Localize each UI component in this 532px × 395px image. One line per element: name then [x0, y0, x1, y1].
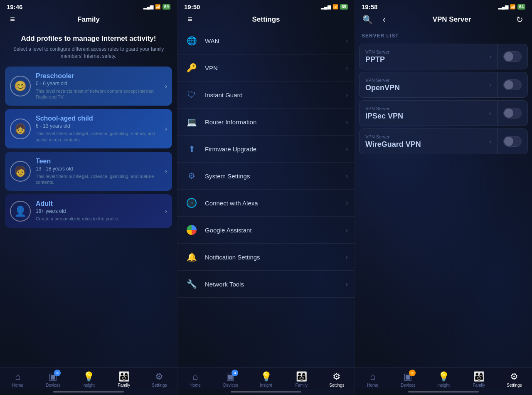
- settings-item-notification-settings[interactable]: 🔔 Notification Settings ›: [177, 244, 355, 271]
- tab-bar-3: ⌂ Home ▣3 Devices 💡 Insight 👨‍👩‍👧 Family…: [355, 368, 532, 389]
- tab-insight-2[interactable]: 💡 Insight: [248, 371, 283, 388]
- settings-item-wan[interactable]: 🌐 WAN ›: [177, 27, 355, 54]
- settings-item-arrow-8: ›: [346, 254, 348, 260]
- scroll-indicator-2: [231, 391, 301, 393]
- tab-settings-label-3: Settings: [507, 383, 522, 388]
- tab-home-1[interactable]: ⌂ Home: [0, 371, 35, 388]
- family-header: Add profiles to manage Internet activity…: [0, 27, 177, 63]
- insight-icon-2: 💡: [261, 371, 272, 382]
- settings-item-router-information[interactable]: 💻 Router Information ›: [177, 109, 355, 136]
- settings-item-icon-4: ⬆: [184, 141, 199, 156]
- settings-item-label-9: Network Tools: [205, 281, 346, 288]
- tab-insight-3[interactable]: 💡 Insight: [426, 371, 461, 388]
- back-icon-3[interactable]: ‹: [378, 15, 390, 25]
- vpn-toggle-0[interactable]: [503, 51, 522, 62]
- settings-item-arrow-5: ›: [346, 173, 348, 179]
- signal-icon-2: ▂▄▆: [321, 4, 331, 10]
- profile-desc-adult: Create a personalized rules to the profi…: [36, 216, 160, 222]
- settings-item-label-0: WAN: [205, 37, 346, 44]
- profile-card-teen[interactable]: 🧑 Teen 13 - 18 years old This level filt…: [5, 152, 172, 191]
- settings-item-arrow-0: ›: [346, 37, 348, 44]
- tab-family-1[interactable]: 👨‍👩‍👧 Family: [106, 371, 142, 388]
- panel-family: 19:46 ▂▄▆ 📶 69 ≡ Family Add profiles to …: [0, 0, 177, 395]
- settings-item-arrow-7: ›: [346, 227, 348, 233]
- settings-item-instant-guard[interactable]: 🛡 Instant Guard ›: [177, 81, 355, 109]
- settings-item-label-6: Connect with Alexa: [205, 200, 346, 207]
- tab-family-2[interactable]: 👨‍👩‍👧 Family: [284, 371, 319, 388]
- settings-item-vpn[interactable]: 🔑 VPN ›: [177, 54, 355, 81]
- profile-desc-teen: This level filters out illegal, violence…: [36, 173, 160, 185]
- settings-items-list: 🌐 WAN › 🔑 VPN › 🛡 Instant Guard › 💻 Rout…: [177, 27, 355, 298]
- family-header-desc: Select a level to configure different ac…: [7, 46, 170, 60]
- tab-devices-label-1: Devices: [46, 383, 61, 388]
- profile-card-school[interactable]: 👧 School-aged child 6 - 13 years old Thi…: [5, 109, 172, 148]
- settings-item-label-8: Notification Settings: [205, 254, 346, 261]
- tab-home-label-2: Home: [190, 383, 201, 388]
- vpn-content: SERVER LIST VPN Server PPTP › VPN Server…: [355, 28, 532, 368]
- family-icon-1: 👨‍👩‍👧: [118, 371, 130, 382]
- status-time-2: 19:50: [184, 3, 200, 10]
- tab-settings-1[interactable]: ⚙ Settings: [142, 371, 177, 388]
- status-icons-2: ▂▄▆ 📶 69: [321, 4, 348, 10]
- settings-item-label-1: VPN: [205, 64, 346, 72]
- tab-home-3[interactable]: ⌂ Home: [355, 371, 390, 388]
- vpn-name-0: PPTP: [365, 55, 389, 64]
- vpn-card-content-1[interactable]: VPN Server OpenVPN ›: [360, 74, 497, 96]
- vpn-cards-list: VPN Server PPTP › VPN Server OpenVPN ›: [355, 44, 532, 154]
- vpn-toggle-area-0: [497, 44, 527, 69]
- settings-item-network-tools[interactable]: 🔧 Network Tools ›: [177, 271, 355, 298]
- tab-family-label-2: Family: [295, 383, 307, 388]
- family-icon-2: 👨‍👩‍👧: [296, 371, 307, 382]
- hamburger-icon-2[interactable]: ≡: [184, 15, 196, 24]
- vpn-card-openvpn: VPN Server OpenVPN ›: [359, 72, 528, 98]
- search-icon-3[interactable]: 🔍: [362, 15, 373, 25]
- profile-cards-list: 😊 Preschooler 0 - 6 years old This level…: [0, 67, 177, 228]
- tab-home-2[interactable]: ⌂ Home: [177, 371, 213, 388]
- profile-age-adult: 18+ years old: [36, 208, 160, 214]
- profile-name-teen: Teen: [36, 158, 160, 165]
- insight-icon-1: 💡: [83, 371, 94, 382]
- vpn-toggle-2[interactable]: [503, 108, 522, 118]
- tab-devices-2[interactable]: ▣3 Devices: [213, 371, 248, 388]
- settings-item-system-settings[interactable]: ⚙ System Settings ›: [177, 163, 355, 190]
- settings-item-icon-8: 🔔: [184, 249, 199, 264]
- tab-settings-label-1: Settings: [152, 383, 167, 388]
- settings-item-google-assistant[interactable]: Google Assistant ›: [177, 217, 355, 244]
- scroll-indicator-1: [53, 391, 124, 393]
- profile-arrow-school: ›: [165, 125, 167, 133]
- tab-devices-1[interactable]: ▣3 Devices: [35, 371, 71, 388]
- vpn-card-content-3[interactable]: VPN Server WireGuard VPN ›: [360, 130, 497, 153]
- vpn-toggle-1[interactable]: [503, 79, 522, 90]
- profile-info-adult: Adult 18+ years old Create a personalize…: [36, 200, 160, 222]
- refresh-icon-3[interactable]: ↻: [514, 15, 525, 25]
- profile-card-adult[interactable]: 👤 Adult 18+ years old Create a personali…: [5, 194, 172, 227]
- vpn-card-content-2[interactable]: VPN Server IPSec VPN ›: [360, 102, 497, 125]
- profile-avatar-school: 👧: [10, 118, 31, 139]
- tab-settings-3[interactable]: ⚙ Settings: [497, 371, 532, 388]
- settings-item-connect-with-alexa[interactable]: ○ Connect with Alexa ›: [177, 190, 355, 217]
- tab-family-3[interactable]: 👨‍👩‍👧 Family: [461, 371, 497, 388]
- status-bar-2: 19:50 ▂▄▆ 📶 69: [177, 0, 355, 12]
- vpn-card-content-0[interactable]: VPN Server PPTP ›: [360, 45, 497, 68]
- settings-item-firmware-upgrade[interactable]: ⬆ Firmware Upgrade ›: [177, 136, 355, 163]
- settings-item-arrow-6: ›: [346, 200, 348, 206]
- profile-info-school: School-aged child 6 - 13 years old This …: [36, 115, 160, 143]
- vpn-name-3: WireGuard VPN: [365, 140, 421, 149]
- scroll-indicator-3: [408, 391, 479, 393]
- tab-home-label-3: Home: [367, 383, 378, 388]
- profile-card-preschooler[interactable]: 😊 Preschooler 0 - 6 years old This level…: [5, 67, 172, 106]
- status-time-3: 19:58: [362, 3, 377, 10]
- home-icon-2: ⌂: [192, 371, 198, 382]
- vpn-toggle-3[interactable]: [503, 136, 522, 147]
- status-icons-3: ▂▄▆ 📶 64: [498, 4, 525, 10]
- devices-icon-2: ▣3: [226, 371, 235, 382]
- hamburger-icon-1[interactable]: ≡: [7, 15, 18, 24]
- signal-icon-3: ▂▄▆: [498, 4, 508, 10]
- profile-age-teen: 13 - 18 years old: [36, 166, 160, 172]
- vpn-arrow-1: ›: [489, 81, 491, 88]
- profile-arrow-preschooler: ›: [165, 82, 167, 90]
- tab-settings-2[interactable]: ⚙ Settings: [319, 371, 355, 388]
- tab-devices-3[interactable]: ▣3 Devices: [390, 371, 426, 388]
- tab-insight-1[interactable]: 💡 Insight: [71, 371, 106, 388]
- devices-badge-1: 3: [54, 370, 61, 376]
